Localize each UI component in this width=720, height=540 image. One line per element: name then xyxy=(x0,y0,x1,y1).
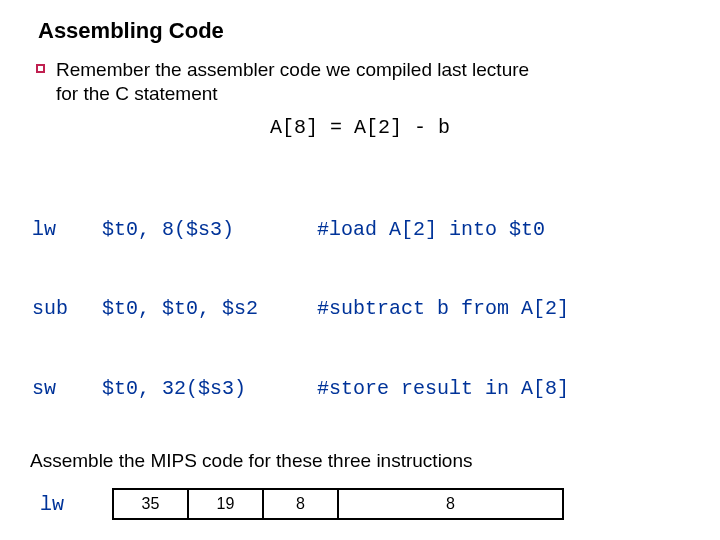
asm-args: $t0, $t0, $s2 xyxy=(102,296,317,322)
asm-comment: #load A[2] into $t0 xyxy=(317,217,545,243)
asm-mnemonic: lw xyxy=(32,217,102,243)
bullet-line-1: Remember the assembler code we compiled … xyxy=(56,59,529,80)
field-op: 35 xyxy=(114,490,189,518)
c-statement: A[8] = A[2] - b xyxy=(30,116,690,139)
encoding-tables: lw 35 19 8 8 sub 0 8 18 8 0 34 sw 43 19 … xyxy=(40,488,690,540)
field-imm: 8 xyxy=(339,490,564,518)
row-label: lw xyxy=(40,493,112,516)
asm-args: $t0, 8($s3) xyxy=(102,217,317,243)
asm-mnemonic: sw xyxy=(32,376,102,402)
bullet-line-2: for the C statement xyxy=(56,83,218,104)
asm-comment: #store result in A[8] xyxy=(317,376,569,402)
asm-args: $t0, 32($s3) xyxy=(102,376,317,402)
field-rs: 19 xyxy=(189,490,264,518)
instruction-text: Assemble the MIPS code for these three i… xyxy=(30,450,690,472)
field-group: 35 19 8 8 xyxy=(112,488,564,520)
asm-mnemonic: sub xyxy=(32,296,102,322)
bullet-item: Remember the assembler code we compiled … xyxy=(56,58,690,106)
field-rt: 8 xyxy=(264,490,339,518)
bullet-icon xyxy=(36,64,45,73)
assembler-code: lw$t0, 8($s3)#load A[2] into $t0 sub$t0,… xyxy=(32,165,690,429)
asm-comment: #subtract b from A[2] xyxy=(317,296,569,322)
slide-title: Assembling Code xyxy=(38,18,690,44)
asm-row: lw$t0, 8($s3)#load A[2] into $t0 xyxy=(32,217,690,243)
asm-row: sw$t0, 32($s3)#store result in A[8] xyxy=(32,376,690,402)
encoding-row-lw: lw 35 19 8 8 xyxy=(40,488,690,520)
asm-row: sub$t0, $t0, $s2#subtract b from A[2] xyxy=(32,296,690,322)
